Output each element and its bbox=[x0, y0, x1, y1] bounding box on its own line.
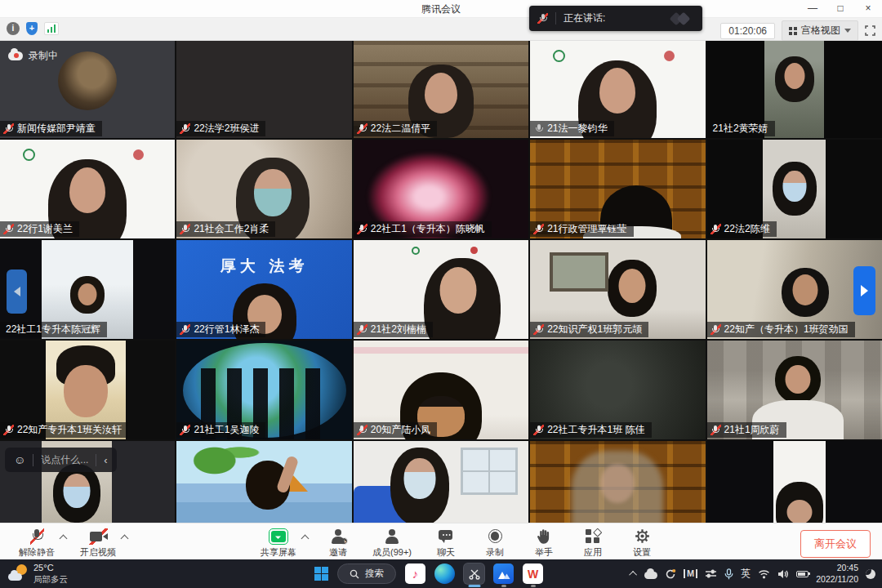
wps-office-icon[interactable]: W bbox=[523, 564, 543, 584]
wifi-icon[interactable] bbox=[758, 569, 770, 579]
microphone-tray-icon[interactable] bbox=[724, 568, 733, 580]
invite-label: 邀请 bbox=[329, 546, 347, 559]
clock-date: 2022/11/20 bbox=[816, 574, 858, 586]
chat-input-placeholder[interactable]: 说点什么... bbox=[41, 453, 88, 467]
muted-mic-icon bbox=[357, 425, 368, 435]
share-screen-icon bbox=[269, 528, 288, 545]
muted-mic-icon bbox=[533, 324, 544, 335]
video-tile[interactable]: 21社工1吴迦陵 bbox=[176, 341, 351, 439]
maximize-button[interactable]: □ bbox=[826, 0, 854, 18]
invite-button[interactable]: + 邀请 bbox=[319, 528, 357, 559]
video-tile[interactable]: 21社1周欣蔚 bbox=[707, 341, 882, 439]
taskbar-clock[interactable]: 20:45 2022/11/20 bbox=[816, 563, 858, 585]
video-tile[interactable] bbox=[176, 441, 351, 523]
collapse-chat-icon[interactable]: ‹ bbox=[104, 454, 107, 466]
do-not-disturb-moon-icon[interactable] bbox=[866, 569, 875, 579]
settings-button[interactable]: 设置 bbox=[623, 528, 661, 559]
muted-mic-icon bbox=[710, 224, 721, 234]
video-tile[interactable]: 22法2陈维 bbox=[707, 140, 882, 238]
grid-view-button[interactable]: 宫格视图 bbox=[782, 20, 858, 41]
meeting-info-icon[interactable]: i bbox=[7, 22, 20, 35]
quick-settings-icon[interactable] bbox=[705, 568, 717, 579]
video-tile[interactable]: 22知产专升本1班关汝轩 bbox=[0, 341, 175, 439]
university-logo bbox=[553, 50, 565, 62]
apps-label: 应用 bbox=[584, 546, 602, 559]
video-tile[interactable]: 20知产陆小凤 bbox=[354, 341, 528, 439]
leave-meeting-button[interactable]: 离开会议 bbox=[800, 530, 871, 558]
meeting-window: 腾讯会议 — □ × i + 01:20:06 宫格视图 正 bbox=[0, 0, 882, 588]
participant-name: 21社1周欣蔚 bbox=[724, 423, 780, 437]
toolbar-left-group: 解除静音 开启视频 bbox=[13, 528, 127, 559]
raise-hand-label: 举手 bbox=[535, 546, 553, 559]
meeting-security-icon[interactable]: + bbox=[26, 22, 38, 35]
video-tile[interactable]: 22社工1（专升本）陈晓帆 bbox=[354, 140, 528, 238]
speaker-icon[interactable] bbox=[777, 569, 789, 579]
network-quality-icon[interactable] bbox=[44, 22, 59, 35]
participant-name: 新闻传媒部尹靖童 bbox=[17, 122, 96, 136]
video-tile[interactable] bbox=[707, 441, 882, 523]
close-button[interactable]: × bbox=[854, 0, 882, 18]
start-video-button[interactable]: 开启视频 bbox=[74, 528, 122, 559]
clock-time: 20:45 bbox=[837, 563, 858, 574]
video-tile[interactable]: 22行1谢美兰 bbox=[0, 140, 175, 238]
video-tile[interactable]: 21社2刘楠楠 bbox=[354, 240, 528, 339]
video-tile[interactable]: 22社工专升本1班 陈佳 bbox=[530, 341, 705, 439]
edge-browser-icon[interactable] bbox=[434, 564, 455, 584]
raise-hand-button[interactable]: 举手 bbox=[525, 528, 563, 559]
battery-icon[interactable] bbox=[796, 571, 808, 577]
video-tile[interactable]: ☺ 说点什么... ‹ bbox=[0, 441, 175, 523]
video-tile[interactable]: 22知识产权1班郭元颉 bbox=[530, 240, 705, 339]
tencent-meeting-app-icon[interactable] bbox=[493, 564, 514, 584]
video-tile[interactable]: 21社会工作2肖柔 bbox=[176, 140, 351, 238]
audio-options-chevron[interactable] bbox=[60, 535, 68, 543]
participant-name: 22行1谢美兰 bbox=[17, 222, 73, 236]
record-button[interactable]: 录制 bbox=[476, 528, 514, 559]
video-tile[interactable]: 21社2黄荣婧 bbox=[707, 41, 882, 138]
search-label: 搜索 bbox=[365, 568, 384, 580]
weather-widget[interactable]: 25°C 局部多云 bbox=[8, 563, 68, 585]
m-app-tray-icon[interactable]: M bbox=[684, 569, 697, 578]
sync-icon[interactable] bbox=[665, 568, 676, 580]
tray-overflow-chevron[interactable] bbox=[629, 571, 637, 579]
unmute-button[interactable]: 解除静音 bbox=[13, 528, 60, 559]
video-tile[interactable] bbox=[354, 441, 528, 523]
screenshot-tool-icon[interactable] bbox=[464, 564, 484, 584]
minimize-button[interactable]: — bbox=[799, 0, 826, 18]
video-tile[interactable]: 22法学2班侯进 bbox=[176, 41, 351, 138]
college-logo bbox=[664, 51, 675, 61]
share-screen-button[interactable]: 共享屏幕 bbox=[255, 528, 302, 559]
emoji-icon[interactable]: ☺ bbox=[14, 454, 25, 466]
chevron-down-icon bbox=[844, 29, 851, 33]
meeting-status-bar: i + 01:20:06 宫格视图 bbox=[0, 18, 882, 41]
mountains-icon bbox=[497, 568, 510, 580]
video-tile[interactable]: 21行政管理覃钰莹 bbox=[530, 140, 705, 238]
share-options-chevron[interactable] bbox=[301, 535, 310, 543]
music-app-icon[interactable]: ♪ bbox=[405, 564, 425, 584]
participant-name: 21行政管理覃钰莹 bbox=[547, 222, 626, 236]
participant-name-tag: 22知识产权1班郭元颉 bbox=[530, 322, 648, 337]
video-tile[interactable] bbox=[530, 441, 705, 523]
video-tile[interactable]: 录制中 新闻传媒部尹靖童 bbox=[0, 41, 175, 138]
members-button[interactable]: 成员(99+) bbox=[368, 528, 416, 559]
participant-name: 22社工专升本1班 陈佳 bbox=[547, 423, 644, 437]
chevron-left-icon bbox=[14, 287, 20, 296]
start-button[interactable] bbox=[314, 567, 328, 581]
apps-button[interactable]: 应用 bbox=[574, 528, 612, 559]
video-tile[interactable]: 22法二温倩平 bbox=[354, 41, 528, 138]
quick-chat-bar[interactable]: ☺ 说点什么... ‹ bbox=[5, 448, 117, 472]
divider bbox=[96, 454, 96, 466]
participant-name-tag: 21行政管理覃钰莹 bbox=[530, 221, 633, 237]
taskbar-search[interactable]: 搜索 bbox=[337, 564, 396, 584]
ime-language-indicator[interactable]: 英 bbox=[741, 567, 751, 581]
divider bbox=[555, 12, 556, 24]
onedrive-cloud-icon[interactable] bbox=[644, 572, 657, 579]
participant-name-tag: 21社2刘楠楠 bbox=[354, 322, 433, 337]
video-tile[interactable]: 厚大 法考 22行管1林泽杰 bbox=[176, 240, 351, 339]
video-options-chevron[interactable] bbox=[121, 535, 129, 543]
video-tile[interactable]: 21法一黎钧华 bbox=[530, 41, 705, 138]
prev-page-button[interactable] bbox=[7, 270, 27, 314]
chat-button[interactable]: 聊天 bbox=[427, 528, 465, 559]
fullscreen-button[interactable] bbox=[865, 25, 875, 36]
participant-name: 22知产专升本1班关汝轩 bbox=[17, 423, 122, 437]
next-page-button[interactable] bbox=[853, 266, 875, 315]
